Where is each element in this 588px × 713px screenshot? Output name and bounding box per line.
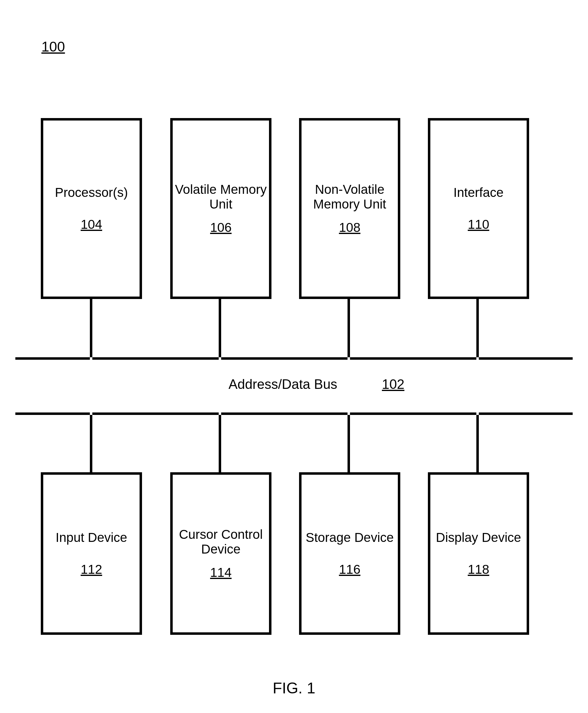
block-label: Processor(s) — [55, 185, 128, 200]
figure-caption: FIG. 1 — [0, 679, 588, 697]
connector-line — [90, 415, 92, 472]
block-label: Interface — [453, 185, 503, 200]
connector-line — [348, 299, 350, 357]
volatile-memory-block: Volatile Memory Unit 106 — [170, 118, 271, 299]
block-ref: 116 — [339, 562, 360, 577]
connector-line — [476, 299, 479, 357]
patent-figure-1: 100 Processor(s) 104 Volatile Memory Uni… — [0, 0, 588, 713]
connector-line — [219, 299, 221, 357]
bus-edge — [221, 357, 348, 360]
block-label: Storage Device — [306, 530, 394, 545]
system-reference-number: 100 — [41, 38, 65, 55]
interface-block: Interface 110 — [428, 118, 529, 299]
block-ref: 110 — [468, 217, 489, 232]
bus-label: Address/Data Bus — [229, 376, 337, 392]
storage-device-block: Storage Device 116 — [299, 472, 400, 635]
bus-edge — [92, 357, 219, 360]
bus-edge — [92, 412, 219, 415]
block-ref: 104 — [81, 217, 102, 232]
block-ref: 114 — [210, 565, 232, 580]
block-label: Volatile Memory Unit — [173, 182, 269, 212]
bus-edge — [350, 412, 476, 415]
connector-line — [90, 299, 92, 357]
block-ref: 106 — [210, 220, 232, 235]
block-ref: 108 — [339, 220, 360, 235]
block-label: Cursor Control Device — [173, 527, 269, 557]
bus-edge — [15, 412, 90, 415]
processor-block: Processor(s) 104 — [41, 118, 142, 299]
nonvolatile-memory-block: Non-Volatile Memory Unit 108 — [299, 118, 400, 299]
block-label: Input Device — [56, 530, 127, 545]
block-label: Non-Volatile Memory Unit — [301, 182, 398, 212]
block-ref: 118 — [468, 562, 489, 577]
bus-edge — [479, 357, 573, 360]
connector-line — [476, 415, 479, 472]
cursor-control-device-block: Cursor Control Device 114 — [170, 472, 271, 635]
block-label: Display Device — [436, 530, 521, 545]
connector-line — [348, 415, 350, 472]
block-ref: 112 — [81, 562, 102, 577]
connector-line — [219, 415, 221, 472]
bus-edge — [479, 412, 573, 415]
bus-edge — [221, 412, 348, 415]
bus-edge — [350, 357, 476, 360]
input-device-block: Input Device 112 — [41, 472, 142, 635]
display-device-block: Display Device 118 — [428, 472, 529, 635]
bus-edge — [15, 357, 90, 360]
bus-reference-number: 102 — [382, 376, 404, 392]
